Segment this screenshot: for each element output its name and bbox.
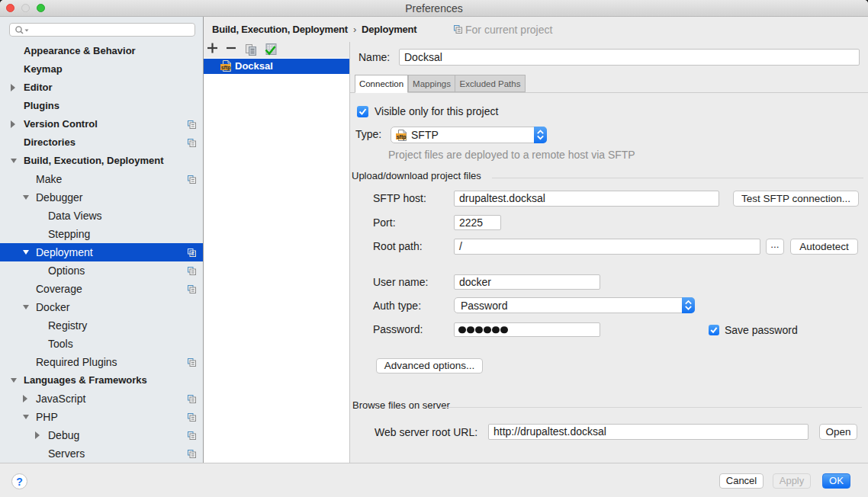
svg-text:sftp: sftp (397, 134, 407, 140)
svg-text:sftp: sftp (221, 65, 231, 71)
